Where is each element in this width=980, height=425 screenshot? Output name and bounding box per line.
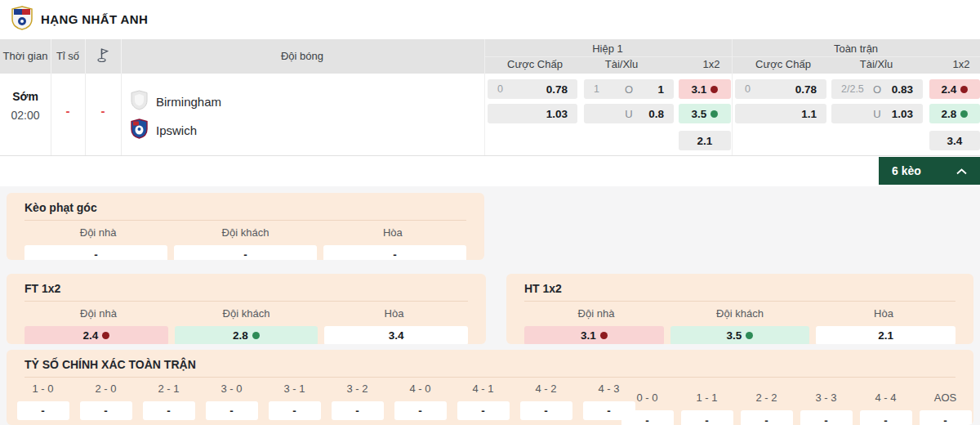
- odds-value: -: [607, 405, 611, 417]
- divider: [51, 74, 51, 155]
- score-odds[interactable]: -: [457, 401, 510, 420]
- fh-under-cell[interactable]: U 0.8: [584, 104, 674, 123]
- expand-markets-button[interactable]: 6 kèo: [879, 157, 980, 185]
- score-odds[interactable]: -: [206, 401, 258, 420]
- trend-down-dot: [102, 332, 109, 339]
- odds-value: -: [418, 405, 422, 417]
- score-column: 1 - 0 -: [11, 382, 74, 425]
- odds-value: 2.4: [82, 329, 98, 342]
- odds-value: 0.8: [640, 108, 664, 120]
- ft-1x2-panel-title: FT 1x2: [24, 282, 468, 295]
- score-odds[interactable]: -: [143, 401, 195, 420]
- corners-home-header: Đội nhà: [24, 226, 172, 239]
- score-odds[interactable]: -: [621, 410, 674, 425]
- ft-home-odds[interactable]: 2.4: [24, 326, 168, 344]
- score-odds[interactable]: -: [80, 401, 132, 420]
- league-title: HẠNG NHẤT ANH: [41, 12, 148, 26]
- odds-value: -: [884, 414, 888, 425]
- score-column: 2 - 2 -: [737, 391, 796, 425]
- odds-value: -: [764, 414, 768, 425]
- score-odds[interactable]: -: [520, 401, 572, 420]
- ft-over-cell[interactable]: 2/2.5 O 0.83: [831, 79, 923, 99]
- trend-up-dot: [252, 332, 260, 339]
- corner-flag-icon: [96, 39, 110, 74]
- col-header-time: Thời gian: [3, 39, 48, 74]
- score-column: 3 - 2 -: [326, 382, 389, 425]
- away-team-row[interactable]: Ipswich: [131, 119, 197, 142]
- odds-value: -: [104, 405, 108, 417]
- score-column: 0 - 0 -: [617, 391, 677, 425]
- score-column: 1 - 1 -: [677, 391, 737, 425]
- score-odds[interactable]: -: [332, 401, 384, 420]
- panel-rule: [24, 301, 468, 302]
- score-odds[interactable]: -: [269, 401, 321, 420]
- odds-value: -: [705, 414, 709, 425]
- odds-value: 2.8: [942, 108, 957, 120]
- fh-over-cell[interactable]: 1 O 1: [584, 79, 674, 99]
- divider: [121, 39, 122, 74]
- score-odds[interactable]: -: [860, 410, 912, 425]
- score-column: 4 - 1 -: [452, 382, 514, 425]
- odds-value: 3.4: [389, 329, 404, 342]
- score-label: 1 - 0: [11, 382, 74, 396]
- score-odds[interactable]: -: [394, 401, 447, 420]
- odds-value: -: [943, 414, 947, 425]
- odds-page: HẠNG NHẤT ANH Thời gian Tỉ số Đội bóng H…: [0, 0, 980, 425]
- odds-value: -: [243, 248, 247, 260]
- odds-value: 3.1: [581, 329, 596, 342]
- home-team-row[interactable]: Birmingham: [131, 90, 221, 114]
- match-kickoff-time: 02:00: [11, 109, 39, 122]
- fh-1x2-draw-cell[interactable]: 2.1: [679, 131, 731, 150]
- fh-handicap-home-cell[interactable]: 0 0.78: [488, 79, 577, 99]
- score-odds[interactable]: -: [800, 410, 853, 425]
- ht-away-odds[interactable]: 3.5: [670, 326, 810, 344]
- score-label: 3 - 3: [796, 391, 856, 405]
- score-column: 4 - 4 -: [856, 391, 915, 425]
- subcol-ft-handicap: Cược Chấp: [755, 56, 811, 74]
- corners-away-odds[interactable]: -: [174, 245, 317, 260]
- odds-value: -: [229, 405, 234, 417]
- ft-1x2-draw-cell[interactable]: 3.4: [929, 131, 980, 150]
- ht-draw-odds[interactable]: 2.1: [816, 326, 956, 344]
- ft-draw-odds[interactable]: 3.4: [324, 326, 468, 344]
- score-odds[interactable]: -: [920, 410, 972, 425]
- ft-1x2-away-cell[interactable]: 2.8: [929, 104, 980, 123]
- ft-draw-header: Hòa: [320, 307, 468, 320]
- corners-placeholder: -: [101, 104, 105, 118]
- ft-1x2-home-cell[interactable]: 2.4: [929, 79, 980, 99]
- corners-away-header: Đội khách: [172, 226, 318, 239]
- odds-value: 2.1: [878, 329, 893, 342]
- col-header-score: Tỉ số: [56, 39, 79, 74]
- odds-value: 0.78: [532, 83, 568, 96]
- fh-1x2-away-cell[interactable]: 3.5: [679, 104, 731, 123]
- ft-handicap-away-cell[interactable]: 1.1: [735, 104, 826, 123]
- corners-home-odds[interactable]: -: [24, 245, 167, 260]
- score-label: 3 - 2: [326, 382, 389, 396]
- score-column: 3 - 0 -: [200, 382, 263, 425]
- fh-handicap-away-cell[interactable]: 1.03: [488, 104, 577, 123]
- score-label: 2 - 0: [74, 382, 137, 396]
- odds-value: -: [544, 405, 548, 417]
- score-label: 4 - 2: [514, 382, 577, 396]
- fh-1x2-home-cell[interactable]: 3.1: [679, 79, 731, 99]
- score-label: 3 - 1: [263, 382, 326, 396]
- score-odds[interactable]: -: [741, 410, 793, 425]
- score-odds[interactable]: -: [17, 401, 69, 420]
- odds-value: -: [393, 248, 397, 260]
- over-label: O: [617, 83, 640, 96]
- ht-home-odds[interactable]: 3.1: [524, 326, 664, 344]
- score-odds[interactable]: -: [681, 410, 733, 425]
- odds-value: 3.4: [947, 135, 963, 147]
- ft-handicap-home-cell[interactable]: 0 0.78: [735, 79, 826, 99]
- ht-draw-header: Hòa: [812, 307, 956, 320]
- correct-score-panel: TỶ SỐ CHÍNH XÁC TOÀN TRẬN 1 - 0 - 2 - 0 …: [7, 350, 973, 425]
- score-column: 2 - 1 -: [137, 382, 200, 425]
- ft-away-odds[interactable]: 2.8: [175, 326, 318, 344]
- odds-value: 3.5: [692, 108, 707, 120]
- ft-home-header: Đội nhà: [24, 307, 172, 320]
- ft-under-cell[interactable]: U 1.03: [831, 104, 923, 123]
- score-column: 2 - 0 -: [74, 382, 137, 425]
- odds-value: 1.03: [889, 108, 913, 120]
- corners-draw-odds[interactable]: -: [323, 245, 466, 260]
- subcol-fh-handicap: Cược Chấp: [507, 56, 563, 74]
